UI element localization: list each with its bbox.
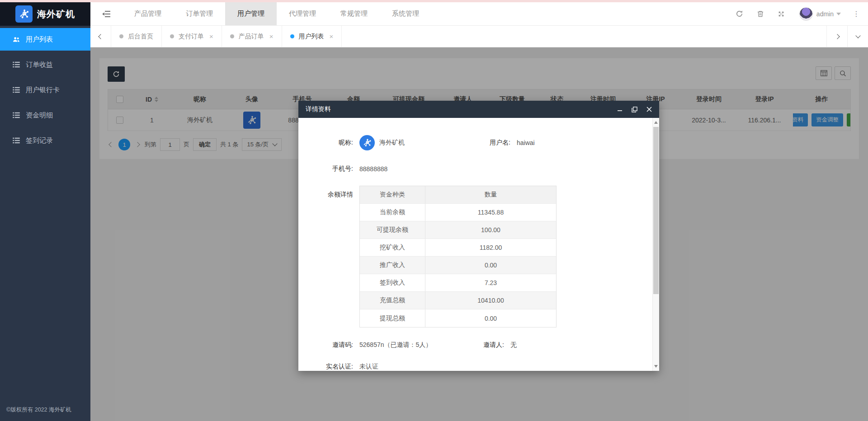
miner-logo-icon — [15, 5, 33, 23]
tab-dot-icon — [119, 34, 123, 38]
minimize-icon[interactable] — [617, 107, 623, 112]
refresh-icon[interactable] — [736, 10, 743, 18]
menu-item-orders[interactable]: 订单管理 — [174, 2, 225, 25]
tabs-scroll-right-icon[interactable] — [826, 26, 847, 47]
fund-type: 充值总额 — [360, 292, 425, 309]
menu-item-system[interactable]: 系统管理 — [380, 2, 431, 25]
sidebar: 用户列表 订单收益 用户银行卡 资金明细 — [0, 26, 90, 421]
fund-type-header: 资金种类 — [360, 186, 425, 203]
inviter-label: 邀请人: — [475, 341, 510, 349]
tab-dot-icon — [230, 34, 234, 38]
modal-scrollbar[interactable] — [652, 118, 659, 371]
tab-dot-icon — [290, 34, 294, 38]
modal-body: 昵称: 海外矿机 用户名: haiwai 手机号: — [298, 118, 659, 371]
list-icon — [12, 61, 20, 69]
fund-type: 挖矿收入 — [360, 239, 425, 256]
tab-user-list[interactable]: 用户列表 × — [282, 26, 342, 47]
sidebar-item-label: 资金明细 — [26, 111, 53, 120]
list-icon — [12, 111, 20, 119]
balance-row-item: 充值总额 10410.00 — [360, 292, 556, 309]
copyright-text: ©版权所有 2022 海外矿机 — [6, 406, 71, 414]
balance-row-item: 推广收入 0.00 — [360, 257, 556, 274]
modal-titlebar[interactable]: 详情资料 — [298, 101, 659, 118]
scroll-up-icon[interactable] — [653, 119, 659, 126]
sidebar-item-checkin-records[interactable]: 签到记录 — [0, 129, 90, 152]
trash-icon[interactable] — [757, 10, 764, 18]
tabs-scroll-left-icon[interactable] — [90, 26, 111, 47]
fund-value: 1182.00 — [425, 239, 556, 256]
menu-item-products[interactable]: 产品管理 — [122, 2, 174, 25]
balance-row: 余额详情 资金种类 数量 当前余额 11345.88 — [298, 186, 639, 327]
fullscreen-icon[interactable] — [778, 10, 785, 18]
list-icon — [12, 86, 20, 94]
sidebar-item-label: 用户列表 — [26, 35, 53, 44]
header-actions: admin ⋮ — [722, 2, 868, 25]
header: 海外矿机 产品管理 订单管理 用户管理 代理管理 常规管理 系统管理 — [0, 2, 868, 26]
username-label[interactable]: admin — [816, 10, 834, 18]
fund-type: 提现总额 — [360, 309, 425, 327]
detail-modal: 详情资料 昵称: — [298, 101, 659, 371]
tab-close-icon[interactable]: × — [330, 33, 334, 40]
tabs-menu-icon[interactable] — [847, 26, 868, 47]
menu-item-users[interactable]: 用户管理 — [225, 2, 277, 25]
tab-label: 后台首页 — [128, 33, 153, 41]
fund-type: 可提现余额 — [360, 221, 425, 239]
scroll-down-icon[interactable] — [653, 363, 659, 370]
fund-type: 当前余额 — [360, 204, 425, 221]
balance-row-item: 挖矿收入 1182.00 — [360, 239, 556, 257]
nickname-value: 海外矿机 — [379, 139, 405, 147]
balance-row-item: 提现总额 0.00 — [360, 309, 556, 327]
user-dropdown-caret-icon[interactable] — [836, 13, 841, 15]
menu-item-general[interactable]: 常规管理 — [328, 2, 380, 25]
fund-value: 100.00 — [425, 221, 556, 239]
nickname-label: 昵称: — [298, 139, 359, 147]
sidebar-item-user-list[interactable]: 用户列表 — [0, 28, 90, 51]
balance-row-item: 可提现余额 100.00 — [360, 221, 556, 239]
sidebar-item-fund-details[interactable]: 资金明细 — [0, 104, 90, 126]
sidebar-item-order-income[interactable]: 订单收益 — [0, 53, 90, 76]
fund-type: 签到收入 — [360, 274, 425, 291]
tab-product-orders[interactable]: 产品订单 × — [222, 26, 282, 47]
invite-row: 邀请码: 526857n（已邀请：5人） 邀请人: 无 — [298, 341, 639, 349]
balance-row-item: 签到收入 7.23 — [360, 274, 556, 292]
realname-label: 实名认证: — [298, 363, 359, 371]
menu-item-agents[interactable]: 代理管理 — [277, 2, 328, 25]
sidebar-item-label: 订单收益 — [26, 61, 53, 69]
nickname-row: 昵称: 海外矿机 用户名: haiwai — [298, 135, 639, 150]
username-label: 用户名: — [481, 139, 517, 147]
phone-value: 88888888 — [359, 165, 387, 173]
balance-table: 资金种类 数量 当前余额 11345.88 可提现余额 100.00 — [359, 186, 557, 327]
tab-payment-orders[interactable]: 支付订单 × — [162, 26, 222, 47]
user-avatar[interactable] — [799, 7, 813, 21]
fund-value: 10410.00 — [425, 292, 556, 309]
tab-dashboard[interactable]: 后台首页 — [111, 26, 162, 47]
tab-label: 产品订单 — [239, 33, 264, 41]
fund-value: 11345.88 — [425, 204, 556, 221]
fund-value: 0.00 — [425, 257, 556, 274]
page: 海外矿机 产品管理 订单管理 用户管理 代理管理 常规管理 系统管理 — [0, 0, 868, 421]
top-navbar: 产品管理 订单管理 用户管理 代理管理 常规管理 系统管理 admin — [90, 2, 868, 26]
tab-close-icon[interactable]: × — [209, 33, 213, 40]
tab-dot-icon — [170, 34, 174, 38]
invite-code-value: 526857n（已邀请：5人） — [359, 341, 475, 349]
sidebar-item-label: 签到记录 — [26, 136, 53, 145]
balance-table-header: 资金种类 数量 — [360, 186, 556, 204]
kebab-menu-icon[interactable]: ⋮ — [853, 9, 860, 18]
app-logo: 海外矿机 — [0, 2, 90, 26]
main-menu: 产品管理 订单管理 用户管理 代理管理 常规管理 系统管理 — [122, 2, 431, 25]
balance-row-item: 当前余额 11345.88 — [360, 204, 556, 221]
collapse-menu-icon[interactable] — [90, 2, 122, 25]
maximize-icon[interactable] — [632, 107, 637, 112]
phone-row: 手机号: 88888888 — [298, 165, 639, 173]
sidebar-item-label: 用户银行卡 — [26, 86, 60, 94]
tab-close-icon[interactable]: × — [269, 33, 274, 40]
main-content: ID 昵称 头像 手机号 金额 可提现金额 邀请人 下级数量 状态 注册时间 — [90, 47, 868, 421]
scrollbar-thumb[interactable] — [653, 127, 659, 294]
close-icon[interactable] — [646, 107, 652, 112]
tab-label: 用户列表 — [299, 33, 324, 41]
fund-type: 推广收入 — [360, 257, 425, 274]
modal-title: 详情资料 — [306, 105, 331, 113]
tab-label: 支付订单 — [179, 33, 204, 41]
sidebar-item-user-bankcard[interactable]: 用户银行卡 — [0, 79, 90, 101]
invite-code-label: 邀请码: — [298, 341, 359, 349]
